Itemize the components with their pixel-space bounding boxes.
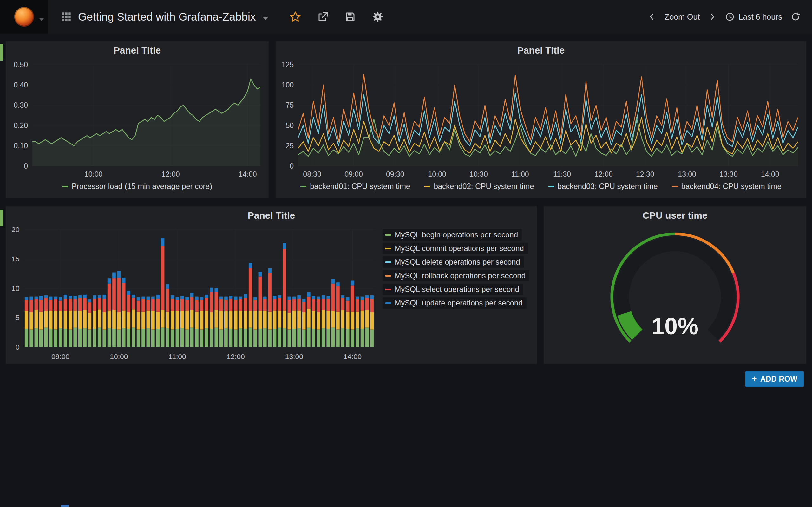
- svg-text:0.20: 0.20: [14, 121, 28, 130]
- legend-item[interactable]: backend04: CPU system time: [672, 182, 781, 191]
- caret-down-icon[interactable]: [263, 17, 268, 20]
- svg-text:0: 0: [15, 343, 20, 351]
- svg-text:0.30: 0.30: [14, 101, 28, 109]
- svg-text:12:00: 12:00: [595, 170, 613, 178]
- svg-text:11:30: 11:30: [553, 170, 571, 178]
- legend-marker: [548, 186, 554, 187]
- svg-text:13:30: 13:30: [719, 170, 738, 178]
- svg-text:14:00: 14:00: [239, 170, 257, 178]
- share-icon: [317, 11, 328, 22]
- save-icon: [345, 11, 356, 22]
- legend-item[interactable]: MySQL rollback operations per second: [383, 270, 529, 281]
- legend-label: backend01: CPU system time: [310, 182, 410, 191]
- zoom-out-button[interactable]: Zoom Out: [664, 12, 700, 21]
- legend: Processor load (15 min average per core): [6, 181, 269, 198]
- legend-item[interactable]: backend03: CPU system time: [548, 182, 658, 191]
- navbar: Getting Started with Grafana-Zabbix: [0, 0, 812, 34]
- legend: MySQL begin operations per secondMySQL c…: [380, 225, 537, 364]
- legend-label: Processor load (15 min average per core): [72, 182, 212, 191]
- grafana-menu-button[interactable]: [0, 0, 48, 34]
- legend-item[interactable]: backend01: CPU system time: [300, 182, 410, 191]
- chevron-left-icon: [647, 12, 656, 21]
- legend-marker: [385, 248, 391, 249]
- dashboard-grid-icon[interactable]: [61, 12, 71, 21]
- panel-cpu-user-time-gauge: CPU user time 10%: [544, 206, 806, 364]
- legend-label: backend02: CPU system time: [434, 182, 534, 191]
- share-button[interactable]: [317, 11, 328, 22]
- legend-item[interactable]: MySQL delete operations per second: [383, 257, 524, 268]
- legend-label: backend03: CPU system time: [558, 182, 658, 191]
- legend-item[interactable]: MySQL begin operations per second: [383, 229, 522, 240]
- row-handle[interactable]: [0, 44, 3, 60]
- legend-label: MySQL select operations per second: [395, 285, 519, 294]
- line-chart[interactable]: 10:0012:0014:0000.100.200.300.400.50: [6, 60, 269, 181]
- svg-text:50: 50: [286, 121, 294, 130]
- svg-text:10:00: 10:00: [428, 170, 446, 178]
- panel-mysql-operations: Panel Title 09:0010:0011:0012:0013:0014:…: [6, 206, 537, 364]
- time-range-label: Last 6 hours: [739, 12, 782, 21]
- legend-item[interactable]: MySQL select operations per second: [383, 284, 523, 295]
- panel-title[interactable]: Panel Title: [6, 206, 537, 225]
- legend-label: MySQL begin operations per second: [395, 230, 518, 239]
- grafana-logo-icon: [14, 7, 34, 26]
- plus-icon: +: [752, 375, 757, 383]
- clock-icon: [725, 12, 734, 21]
- legend-item[interactable]: backend02: CPU system time: [424, 182, 534, 191]
- svg-text:11:00: 11:00: [168, 352, 186, 360]
- star-button[interactable]: [289, 11, 301, 23]
- svg-text:75: 75: [286, 101, 294, 109]
- panel-title[interactable]: CPU user time: [544, 206, 806, 225]
- stacked-bar-chart[interactable]: 09:0010:0011:0012:0013:0014:0005101520: [6, 225, 380, 364]
- svg-text:14:00: 14:00: [344, 352, 362, 360]
- svg-text:125: 125: [282, 60, 294, 69]
- svg-text:10:30: 10:30: [469, 170, 488, 178]
- svg-text:09:00: 09:00: [345, 170, 363, 178]
- svg-text:14:00: 14:00: [761, 170, 779, 178]
- time-range-button[interactable]: Last 6 hours: [725, 12, 782, 21]
- legend-marker: [385, 289, 391, 290]
- line-chart[interactable]: 08:3009:0009:3010:0010:3011:0011:3012:00…: [275, 60, 806, 181]
- svg-text:0: 0: [290, 162, 294, 170]
- svg-text:0.50: 0.50: [14, 60, 28, 69]
- add-row-button[interactable]: + ADD ROW: [745, 372, 804, 387]
- svg-text:12:00: 12:00: [227, 352, 245, 360]
- svg-text:0.10: 0.10: [14, 142, 28, 150]
- scroll-indicator: [61, 505, 68, 507]
- legend-marker: [424, 186, 430, 187]
- svg-text:13:00: 13:00: [285, 352, 303, 360]
- svg-text:09:30: 09:30: [386, 170, 404, 178]
- row-handle[interactable]: [0, 210, 3, 226]
- svg-text:15: 15: [11, 255, 19, 263]
- legend-marker: [300, 186, 306, 187]
- legend-label: backend04: CPU system time: [681, 182, 781, 191]
- legend-label: MySQL commit operations per second: [395, 244, 524, 253]
- legend-marker: [62, 186, 68, 187]
- time-back-button[interactable]: [647, 12, 656, 21]
- legend-item[interactable]: Processor load (15 min average per core): [62, 182, 212, 191]
- svg-text:0: 0: [24, 162, 28, 170]
- dashboard-title[interactable]: Getting Started with Grafana-Zabbix: [78, 10, 256, 23]
- refresh-button[interactable]: [791, 12, 801, 22]
- svg-text:13:00: 13:00: [678, 170, 696, 178]
- gauge-chart[interactable]: 10%: [544, 225, 806, 364]
- time-forward-button[interactable]: [708, 12, 717, 21]
- refresh-icon: [791, 12, 801, 22]
- svg-text:10:00: 10:00: [84, 170, 103, 178]
- legend-label: MySQL rollback operations per second: [395, 271, 525, 280]
- svg-text:08:30: 08:30: [303, 170, 321, 178]
- legend-marker: [385, 302, 391, 304]
- legend-item[interactable]: MySQL commit operations per second: [383, 243, 527, 254]
- save-button[interactable]: [345, 11, 356, 22]
- gear-icon: [372, 11, 384, 23]
- panel-processor-load: Panel Title 10:0012:0014:0000.100.200.30…: [6, 41, 269, 198]
- add-row-label: ADD ROW: [760, 375, 798, 383]
- panel-title[interactable]: Panel Title: [275, 41, 806, 60]
- legend-item[interactable]: MySQL update operations per second: [383, 297, 526, 308]
- panel-title[interactable]: Panel Title: [6, 41, 269, 60]
- settings-button[interactable]: [372, 11, 384, 23]
- svg-text:09:00: 09:00: [51, 352, 69, 360]
- legend-label: MySQL delete operations per second: [395, 258, 520, 267]
- chevron-right-icon: [708, 12, 717, 21]
- legend-marker: [385, 234, 391, 236]
- svg-text:5: 5: [15, 314, 20, 322]
